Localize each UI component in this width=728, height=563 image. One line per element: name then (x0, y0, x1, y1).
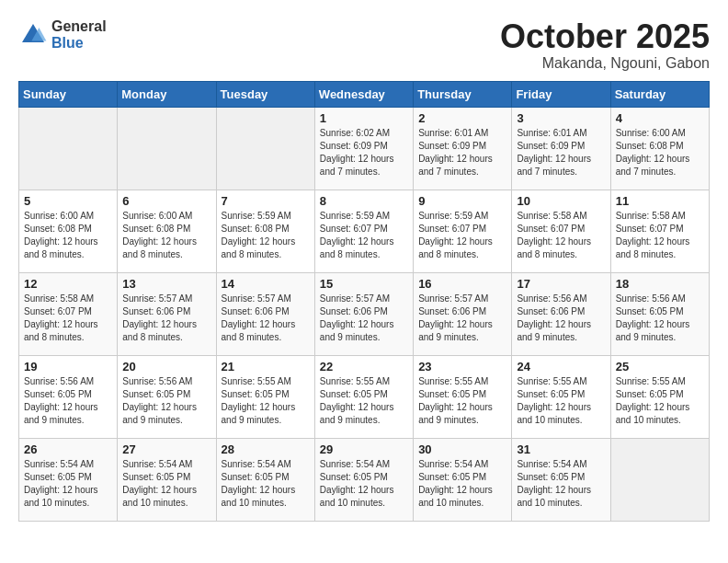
calendar-week-row: 5Sunrise: 6:00 AM Sunset: 6:08 PM Daylig… (19, 190, 710, 272)
day-number: 8 (320, 194, 408, 208)
calendar-cell: 15Sunrise: 5:57 AM Sunset: 6:06 PM Dayli… (314, 272, 413, 355)
weekday-header-row: SundayMondayTuesdayWednesdayThursdayFrid… (19, 81, 710, 107)
day-info: Sunrise: 5:58 AM Sunset: 6:07 PM Dayligh… (517, 210, 605, 261)
calendar-cell: 28Sunrise: 5:54 AM Sunset: 6:05 PM Dayli… (216, 438, 314, 521)
day-number: 7 (222, 194, 310, 208)
day-number: 5 (24, 194, 112, 208)
weekday-header: Thursday (414, 81, 512, 107)
day-number: 18 (616, 277, 704, 291)
calendar-cell: 16Sunrise: 5:57 AM Sunset: 6:06 PM Dayli… (414, 272, 512, 355)
day-number: 17 (517, 277, 605, 291)
calendar-cell: 21Sunrise: 5:55 AM Sunset: 6:05 PM Dayli… (216, 355, 314, 438)
calendar-cell: 18Sunrise: 5:56 AM Sunset: 6:05 PM Dayli… (610, 272, 709, 355)
day-info: Sunrise: 5:55 AM Sunset: 6:05 PM Dayligh… (222, 375, 310, 427)
day-number: 28 (222, 442, 310, 456)
day-info: Sunrise: 5:54 AM Sunset: 6:05 PM Dayligh… (222, 458, 310, 510)
calendar-cell (118, 107, 216, 190)
calendar-cell: 4Sunrise: 6:00 AM Sunset: 6:08 PM Daylig… (610, 107, 709, 190)
day-number: 21 (222, 360, 310, 373)
day-info: Sunrise: 5:57 AM Sunset: 6:06 PM Dayligh… (122, 293, 210, 344)
day-info: Sunrise: 5:57 AM Sunset: 6:06 PM Dayligh… (222, 293, 310, 344)
day-number: 11 (616, 194, 704, 208)
calendar-week-row: 26Sunrise: 5:54 AM Sunset: 6:05 PM Dayli… (19, 438, 710, 521)
page-header: General Blue October 2025 Makanda, Ngoun… (18, 18, 710, 72)
day-number: 22 (320, 360, 408, 373)
calendar-cell: 9Sunrise: 5:59 AM Sunset: 6:07 PM Daylig… (414, 190, 512, 272)
day-number: 12 (24, 277, 112, 291)
day-info: Sunrise: 5:59 AM Sunset: 6:08 PM Dayligh… (222, 210, 310, 261)
day-info: Sunrise: 6:00 AM Sunset: 6:08 PM Dayligh… (616, 127, 704, 178)
calendar-cell (19, 107, 118, 190)
day-info: Sunrise: 5:58 AM Sunset: 6:07 PM Dayligh… (24, 293, 112, 344)
logo-blue-text: Blue (51, 35, 107, 52)
day-number: 6 (122, 194, 210, 208)
calendar-cell (610, 438, 709, 521)
day-info: Sunrise: 5:57 AM Sunset: 6:06 PM Dayligh… (320, 293, 408, 344)
day-info: Sunrise: 5:55 AM Sunset: 6:05 PM Dayligh… (418, 375, 506, 427)
month-title: October 2025 (500, 18, 710, 55)
calendar-cell: 26Sunrise: 5:54 AM Sunset: 6:05 PM Dayli… (19, 438, 118, 521)
calendar-cell: 17Sunrise: 5:56 AM Sunset: 6:06 PM Dayli… (512, 272, 610, 355)
calendar-table: SundayMondayTuesdayWednesdayThursdayFrid… (18, 81, 710, 522)
calendar-cell: 14Sunrise: 5:57 AM Sunset: 6:06 PM Dayli… (216, 272, 314, 355)
day-info: Sunrise: 6:00 AM Sunset: 6:08 PM Dayligh… (24, 210, 112, 261)
calendar-week-row: 1Sunrise: 6:02 AM Sunset: 6:09 PM Daylig… (19, 107, 710, 190)
day-info: Sunrise: 5:54 AM Sunset: 6:05 PM Dayligh… (418, 458, 506, 510)
day-info: Sunrise: 6:01 AM Sunset: 6:09 PM Dayligh… (517, 127, 605, 178)
weekday-header: Wednesday (314, 81, 413, 107)
day-info: Sunrise: 5:56 AM Sunset: 6:05 PM Dayligh… (616, 293, 704, 344)
calendar-cell: 29Sunrise: 5:54 AM Sunset: 6:05 PM Dayli… (314, 438, 413, 521)
day-info: Sunrise: 5:56 AM Sunset: 6:06 PM Dayligh… (517, 293, 605, 344)
day-number: 13 (122, 277, 210, 291)
logo: General Blue (18, 18, 107, 51)
calendar-cell: 8Sunrise: 5:59 AM Sunset: 6:07 PM Daylig… (314, 190, 413, 272)
day-number: 4 (616, 111, 704, 125)
day-number: 23 (418, 360, 506, 373)
day-info: Sunrise: 5:59 AM Sunset: 6:07 PM Dayligh… (320, 210, 408, 261)
calendar-week-row: 19Sunrise: 5:56 AM Sunset: 6:05 PM Dayli… (19, 355, 710, 438)
day-info: Sunrise: 5:56 AM Sunset: 6:05 PM Dayligh… (24, 375, 112, 427)
day-info: Sunrise: 5:54 AM Sunset: 6:05 PM Dayligh… (122, 458, 210, 510)
day-info: Sunrise: 5:59 AM Sunset: 6:07 PM Dayligh… (418, 210, 506, 261)
calendar-cell: 1Sunrise: 6:02 AM Sunset: 6:09 PM Daylig… (314, 107, 413, 190)
day-number: 19 (24, 360, 112, 373)
calendar-cell: 27Sunrise: 5:54 AM Sunset: 6:05 PM Dayli… (118, 438, 216, 521)
logo-general-text: General (51, 18, 107, 35)
weekday-header: Tuesday (216, 81, 314, 107)
calendar-cell: 19Sunrise: 5:56 AM Sunset: 6:05 PM Dayli… (19, 355, 118, 438)
day-number: 9 (418, 194, 506, 208)
title-area: October 2025 Makanda, Ngouni, Gabon (500, 18, 710, 72)
day-number: 20 (122, 360, 210, 373)
weekday-header: Saturday (610, 81, 709, 107)
calendar-cell: 31Sunrise: 5:54 AM Sunset: 6:05 PM Dayli… (512, 438, 610, 521)
day-info: Sunrise: 5:55 AM Sunset: 6:05 PM Dayligh… (616, 375, 704, 427)
day-number: 15 (320, 277, 408, 291)
day-info: Sunrise: 6:01 AM Sunset: 6:09 PM Dayligh… (418, 127, 506, 178)
day-info: Sunrise: 5:58 AM Sunset: 6:07 PM Dayligh… (616, 210, 704, 261)
day-number: 14 (222, 277, 310, 291)
day-info: Sunrise: 5:55 AM Sunset: 6:05 PM Dayligh… (517, 375, 605, 427)
calendar-week-row: 12Sunrise: 5:58 AM Sunset: 6:07 PM Dayli… (19, 272, 710, 355)
day-number: 30 (418, 442, 506, 456)
calendar-cell: 23Sunrise: 5:55 AM Sunset: 6:05 PM Dayli… (414, 355, 512, 438)
calendar-cell: 10Sunrise: 5:58 AM Sunset: 6:07 PM Dayli… (512, 190, 610, 272)
day-number: 10 (517, 194, 605, 208)
day-info: Sunrise: 5:56 AM Sunset: 6:05 PM Dayligh… (122, 375, 210, 427)
calendar-cell: 24Sunrise: 5:55 AM Sunset: 6:05 PM Dayli… (512, 355, 610, 438)
calendar-cell (216, 107, 314, 190)
calendar-cell: 13Sunrise: 5:57 AM Sunset: 6:06 PM Dayli… (118, 272, 216, 355)
calendar-cell: 3Sunrise: 6:01 AM Sunset: 6:09 PM Daylig… (512, 107, 610, 190)
day-info: Sunrise: 5:55 AM Sunset: 6:05 PM Dayligh… (320, 375, 408, 427)
day-info: Sunrise: 6:02 AM Sunset: 6:09 PM Dayligh… (320, 127, 408, 178)
day-number: 31 (517, 442, 605, 456)
calendar-cell: 11Sunrise: 5:58 AM Sunset: 6:07 PM Dayli… (610, 190, 709, 272)
day-info: Sunrise: 5:57 AM Sunset: 6:06 PM Dayligh… (418, 293, 506, 344)
day-info: Sunrise: 6:00 AM Sunset: 6:08 PM Dayligh… (122, 210, 210, 261)
day-number: 29 (320, 442, 408, 456)
day-number: 16 (418, 277, 506, 291)
day-info: Sunrise: 5:54 AM Sunset: 6:05 PM Dayligh… (320, 458, 408, 510)
calendar-cell: 5Sunrise: 6:00 AM Sunset: 6:08 PM Daylig… (19, 190, 118, 272)
location: Makanda, Ngouni, Gabon (500, 55, 710, 72)
calendar-cell: 12Sunrise: 5:58 AM Sunset: 6:07 PM Dayli… (19, 272, 118, 355)
day-number: 26 (24, 442, 112, 456)
